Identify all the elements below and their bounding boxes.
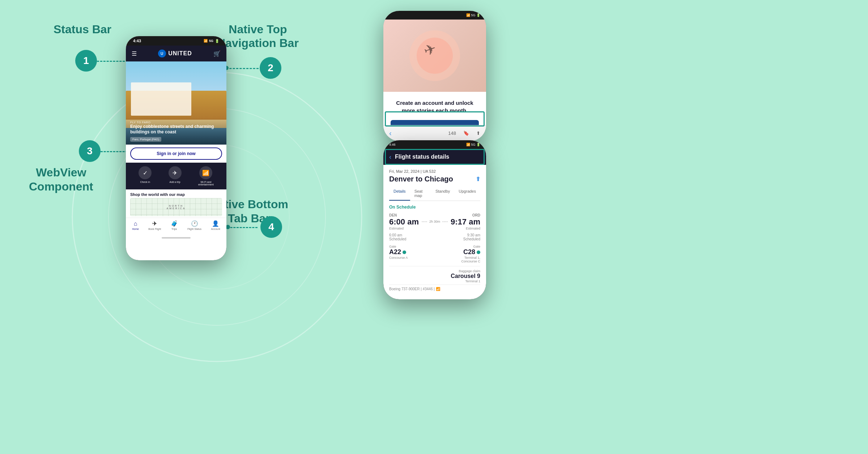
- add-trip-action[interactable]: ✈ Add a trip: [169, 166, 182, 186]
- arr-time: 9:17 am: [451, 217, 480, 227]
- article-count: 148: [448, 130, 456, 136]
- united-nav-bar[interactable]: ☰ U UNITED 🛒: [126, 46, 226, 61]
- flight-status-icon: 🕐: [191, 220, 198, 227]
- dep-concourse: Concourse A: [389, 256, 435, 260]
- signal-strength: 5G: [209, 39, 213, 43]
- baggage-section: Baggage claim Carousel 9 Terminal 1: [389, 266, 480, 283]
- quick-actions-bar: ✓ Check in ✈ Add a trip 📶 Wi-Fi and ente…: [126, 163, 226, 189]
- dashed-line-4: [227, 227, 258, 228]
- wifi-action[interactable]: 📶 Wi-Fi and entertainment: [198, 166, 214, 186]
- article-decoration: ✈: [383, 20, 486, 92]
- flight-detail-tabs[interactable]: Details Seat map Standby Upgrades: [389, 187, 480, 201]
- tab-seat-map[interactable]: Seat map: [410, 187, 431, 201]
- tab-details[interactable]: Details: [389, 187, 410, 201]
- tab-book-flight[interactable]: ✈ Book Flight: [148, 220, 161, 230]
- flight-route: Denver to Chicago ⬆: [389, 175, 480, 183]
- tab-home[interactable]: ⌂ Home: [132, 220, 139, 230]
- article-hero: ✈: [383, 20, 486, 92]
- wifi-label: Wi-Fi and entertainment: [198, 181, 214, 186]
- hero-fly-label: FLY TO FARO: [130, 121, 222, 124]
- flight-share-icon[interactable]: ⬆: [476, 176, 480, 183]
- phone2-toolbar[interactable]: ‹ 148 🔖 ⬆: [383, 125, 486, 141]
- time-display: 4:43: [133, 39, 141, 43]
- bookmark-icon[interactable]: 🔖: [463, 130, 469, 136]
- signal-icon: 📶: [204, 39, 208, 43]
- checkin-action[interactable]: ✓ Check in: [139, 166, 152, 186]
- phone3-signal: 📶 5G 🔋: [466, 143, 480, 146]
- route-text: Denver to Chicago: [389, 175, 453, 183]
- trips-icon: 🧳: [171, 220, 178, 227]
- home-label: Home: [132, 228, 139, 230]
- circle-1: 1: [75, 50, 97, 72]
- dash-left: [422, 222, 427, 222]
- wifi-icon: 📶: [199, 166, 212, 179]
- baggage-label: Baggage claim: [389, 269, 480, 273]
- baggage-number: Carousel 9: [389, 273, 480, 279]
- phone-1: 4:43 📶 5G 🔋 ☰ U UNITED 🛒: [126, 36, 226, 260]
- native-top-nav-label: Native Top Navigation Bar: [217, 22, 299, 50]
- cart-icon[interactable]: 🛒: [213, 50, 221, 57]
- circle-2: 2: [260, 57, 281, 79]
- tab-standby[interactable]: Standby: [431, 187, 454, 201]
- dep-gate-col: Gate A22 Concourse A: [389, 245, 435, 263]
- add-trip-label: Add a trip: [170, 181, 180, 183]
- map-region-label: NORTH AMERICA: [166, 205, 186, 210]
- checkin-label: Check in: [140, 181, 150, 183]
- phone3-status-bar: 4:46 📶 5G 🔋: [383, 140, 486, 149]
- scheduled-row: 6:00 am Scheduled 9:30 am Scheduled: [389, 233, 480, 241]
- hero-section: FLY TO FARO Enjoy cobblestone streets an…: [126, 61, 226, 145]
- trips-label: Trips: [171, 228, 177, 230]
- arr-gate-number: C28: [435, 248, 480, 256]
- share-icon[interactable]: ⬆: [476, 130, 480, 136]
- bottom-tab-bar[interactable]: ⌂ Home ✈ Book Flight 🧳 Trips 🕐 Flight St…: [126, 218, 226, 235]
- flight-status-nav[interactable]: ‹ Flight status details: [383, 149, 486, 165]
- hero-overlay: FLY TO FARO Enjoy cobblestone streets an…: [126, 118, 226, 145]
- tab-trips[interactable]: 🧳 Trips: [171, 220, 178, 230]
- arrival-info: ORD 9:17 am Estimated: [451, 213, 480, 230]
- back-arrow-icon[interactable]: ‹: [389, 129, 392, 137]
- home-icon: ⌂: [134, 220, 137, 227]
- flight-meta: Fri, Mar 22, 2024 | UA 532: [389, 169, 480, 174]
- phone-2: 📶 5G 🔋 ✈ Create an account and unlock mo…: [383, 11, 486, 141]
- phone2-signal: 📶 5G 🔋: [466, 13, 480, 17]
- signin-button[interactable]: Sign in or join now: [130, 147, 222, 160]
- menu-icon[interactable]: ☰: [132, 50, 137, 57]
- hero-title: Enjoy cobblestone streets and charming b…: [130, 124, 222, 135]
- flight-duration: 2h 30m: [427, 220, 442, 223]
- add-trip-icon: ✈: [169, 166, 182, 179]
- united-logo: U UNITED: [158, 50, 192, 57]
- tab-account[interactable]: 👤 Account: [211, 220, 220, 230]
- arr-code: ORD: [451, 213, 480, 217]
- arr-sched-label: Scheduled: [463, 237, 480, 241]
- flight-nav-title: Flight status details: [395, 154, 449, 160]
- dep-location-dot: [403, 250, 406, 254]
- united-logo-icon: U: [158, 50, 166, 57]
- tab-upgrades[interactable]: Upgrades: [454, 187, 480, 201]
- status-icons: 📶 5G 🔋: [204, 39, 219, 43]
- united-logo-text: UNITED: [168, 50, 192, 57]
- arr-scheduled: 9:30 am Scheduled: [463, 233, 480, 241]
- dep-gate-label: Gate: [389, 245, 435, 248]
- arr-sched-time: 9:30 am: [467, 233, 480, 237]
- baggage-terminal: Terminal 1: [389, 279, 480, 283]
- arr-terminal: Terminal 1,Concourse C: [435, 256, 480, 263]
- tab-flight-status[interactable]: 🕐 Flight Status: [187, 220, 201, 230]
- battery-icon: 🔋: [215, 39, 219, 43]
- flight-content: Fri, Mar 22, 2024 | UA 532 Denver to Chi…: [383, 165, 486, 295]
- hero-location: Faro, Portugal (FAO): [130, 137, 161, 142]
- arr-gate-col: Gate C28 Terminal 1,Concourse C: [435, 245, 480, 263]
- dashed-line-2: [226, 68, 259, 69]
- flight-back-button[interactable]: ‹: [389, 153, 391, 161]
- checkin-icon: ✓: [139, 166, 152, 179]
- departure-info: DEN 6:00 am Estimated: [389, 213, 419, 230]
- dash-right: [442, 222, 448, 222]
- map-image[interactable]: NORTH AMERICA: [130, 198, 222, 216]
- gate-section: Gate A22 Concourse A Gate C28 Terminal 1…: [389, 245, 480, 263]
- hero-background: FLY TO FARO Enjoy cobblestone streets an…: [126, 61, 226, 145]
- flight-status-badge: On Schedule: [389, 205, 480, 210]
- flight-duration-line: 2h 30m: [419, 220, 451, 223]
- account-icon: 👤: [212, 220, 219, 227]
- phone3-time: 4:46: [389, 143, 396, 146]
- account-label: Account: [211, 228, 220, 230]
- arr-estimated-label: Estimated: [451, 227, 480, 230]
